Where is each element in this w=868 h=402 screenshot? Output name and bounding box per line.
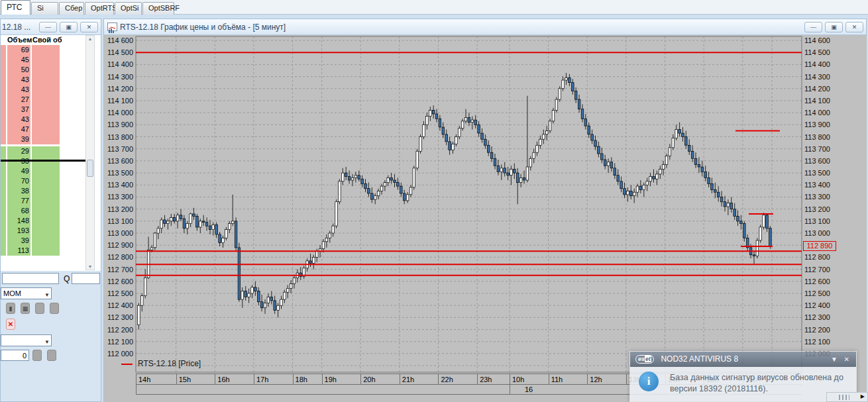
restore-icon[interactable]: ▣ <box>825 22 843 32</box>
minimize-icon[interactable]: — <box>804 22 822 32</box>
y-axis-label: 113 700 <box>804 145 832 154</box>
orderbook-row[interactable]: 39 <box>1 236 85 246</box>
orderbook-row[interactable]: 45 <box>1 55 85 65</box>
quote-input-right[interactable] <box>72 273 100 284</box>
q-label: Q <box>64 274 70 283</box>
volume-cell: 47 <box>7 125 31 134</box>
orderbook-row[interactable]: 27 <box>1 95 85 105</box>
restore-icon[interactable]: ▣ <box>60 22 78 32</box>
quote-input-left[interactable] <box>2 273 59 284</box>
qty-button-1[interactable] <box>32 350 42 361</box>
y-axis-label: 112 300 <box>105 313 133 322</box>
tab-6[interactable]: OptSBRF <box>142 2 174 15</box>
grid-tool-button[interactable]: ▦ <box>21 303 30 314</box>
y-axis-label: 112 800 <box>105 253 133 262</box>
bottom-select[interactable]: ▼ <box>1 334 52 346</box>
orderbook-row[interactable]: 29 <box>1 146 85 156</box>
chart-tool-button[interactable]: ▮ <box>6 303 15 314</box>
orderbook-row[interactable]: 193 <box>1 226 85 236</box>
notification-product: NOD32 ANTIVIRUS 8 <box>661 354 738 364</box>
scroll-up-icon[interactable]: ▲ <box>87 36 93 41</box>
tool-button-3[interactable] <box>35 303 44 314</box>
chart-canvas[interactable]: 114 600114 600114 500114 500114 400114 4… <box>104 35 867 402</box>
orderbook-row[interactable]: 70 <box>1 176 85 186</box>
orderbook-row[interactable]: 39 <box>1 134 85 144</box>
hour-label: 21h <box>400 374 439 385</box>
orderbook-window-titlebar[interactable]: 12.18 ... — ▣ ✕ <box>1 19 101 35</box>
drag-grip-icon[interactable] <box>839 395 849 400</box>
hour-label: 14h <box>136 374 176 385</box>
y-axis-label: 113 100 <box>804 217 832 226</box>
y-axis-label: 113 500 <box>804 169 832 177</box>
chart-legend: RTS-12.18 [Price] <box>121 359 201 368</box>
orderbook-scrollbar[interactable]: ▲ ▼ <box>85 35 95 270</box>
y-axis-label: 113 200 <box>105 205 133 214</box>
price-cell <box>1 246 7 256</box>
notification-header[interactable]: eset NOD32 ANTIVIRUS 8 ▼ ✕ <box>630 352 856 367</box>
orderbook-window-title: 12.18 ... <box>2 23 30 32</box>
orderbook-row[interactable]: 43 <box>1 115 85 125</box>
notification-message: База данных сигнатур вирусов обновлена д… <box>670 372 843 395</box>
hour-label: 15h <box>176 374 215 385</box>
volume-cell: 43 <box>7 75 31 85</box>
minimize-icon[interactable]: — <box>39 22 57 32</box>
orderbook-row[interactable]: 77 <box>1 196 85 206</box>
own-volume-cell <box>32 134 60 144</box>
notification-collapse-icon[interactable]: ▼ <box>831 352 838 367</box>
orderbook-row[interactable]: 47 <box>1 125 85 134</box>
y-axis-label: 114 200 <box>804 85 832 93</box>
trading-terminal: РТСSiСберOptRTSOptSiOptSBRF 12.18 ... — … <box>0 0 868 402</box>
date-label <box>136 385 510 395</box>
tab-4[interactable]: OptRTS <box>85 2 114 15</box>
y-axis-label: 114 400 <box>804 60 832 69</box>
quantity-input[interactable] <box>1 350 29 361</box>
orderbook-row[interactable]: 69 <box>1 45 85 55</box>
scroll-down-icon[interactable]: ▼ <box>87 264 93 269</box>
close-icon[interactable]: ✕ <box>845 22 863 32</box>
y-axis-label: 112 400 <box>105 301 133 310</box>
antivirus-notification: eset NOD32 ANTIVIRUS 8 ▼ ✕ i База данных… <box>629 351 857 402</box>
orderbook-row[interactable]: 43 <box>1 75 85 85</box>
orderbook-row[interactable]: 68 <box>1 206 85 216</box>
tab-1[interactable]: РТС <box>1 0 30 15</box>
hour-label: 19h <box>322 374 361 385</box>
orderbook-row[interactable]: 49 <box>1 166 85 176</box>
tab-2[interactable]: Si <box>31 2 58 15</box>
cancel-orders-button[interactable]: ✕ <box>6 319 15 330</box>
indicator-select[interactable]: МОМ ▼ <box>1 287 52 299</box>
tab-5[interactable]: OptSi <box>115 2 142 15</box>
chevron-down-icon: ▼ <box>44 337 50 348</box>
volume-cell: 113 <box>7 246 31 256</box>
tool-button-4[interactable] <box>50 303 59 314</box>
own-volume-cell <box>32 206 60 216</box>
y-axis-label: 112 500 <box>105 289 133 298</box>
volume-cell: 69 <box>7 45 31 55</box>
orderbook-body: Объем Свой об 69455043432737434739293349… <box>1 35 101 401</box>
y-axis-label: 113 300 <box>804 193 832 201</box>
tab-3[interactable]: Сбер <box>59 2 84 15</box>
close-icon[interactable]: ✕ <box>80 22 98 32</box>
notification-close-icon[interactable]: ✕ <box>844 352 849 367</box>
orderbook-row[interactable]: 37 <box>1 105 85 115</box>
own-volume-cell <box>32 45 60 55</box>
scroll-right-icon[interactable]: ▶ <box>861 393 865 399</box>
orderbook-row[interactable]: 50 <box>1 65 85 75</box>
price-cell <box>1 105 7 115</box>
orderbook-row[interactable]: 43 <box>1 85 85 95</box>
own-volume-cell <box>32 146 60 156</box>
volume-cell: 45 <box>7 55 31 65</box>
orderbook-spread-divider <box>1 160 85 162</box>
qty-button-2[interactable] <box>47 350 56 361</box>
orderbook-row[interactable]: 113 <box>1 246 85 256</box>
scrollbar-thumb[interactable] <box>87 160 93 177</box>
y-axis-label: 113 500 <box>105 169 133 177</box>
info-icon: i <box>639 372 659 391</box>
y-axis-label: 112 800 <box>804 253 832 262</box>
y-axis-label: 113 400 <box>105 181 133 189</box>
own-volume-cell <box>32 115 60 125</box>
orderbook-row[interactable]: 148 <box>1 216 85 226</box>
horizontal-scrollbar-corner[interactable]: ▶ <box>826 392 868 402</box>
chart-window-titlebar[interactable]: RTS-12.18 График цены и объёма - [5 мину… <box>104 19 866 35</box>
eset-logo: eset <box>635 355 654 364</box>
orderbook-row[interactable]: 38 <box>1 186 85 196</box>
